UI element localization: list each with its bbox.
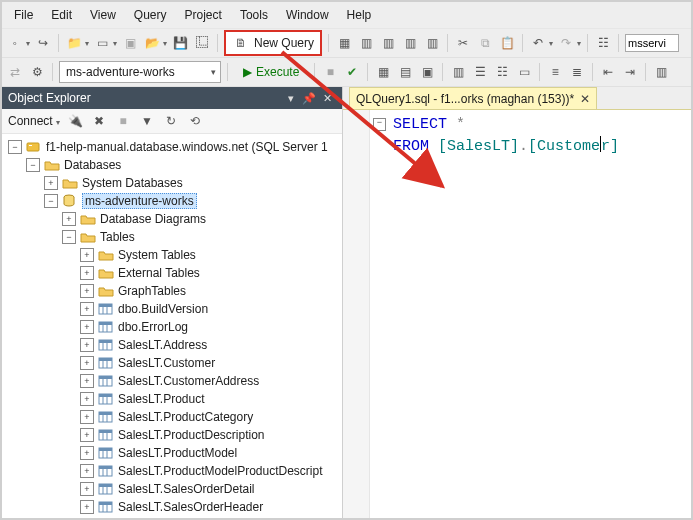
tree-table[interactable]: +SalesLT.Product (2, 390, 342, 408)
comment-icon[interactable]: ≡ (546, 63, 564, 81)
results-text-icon[interactable]: ☷ (493, 63, 511, 81)
open-file-icon[interactable]: ▣ (121, 34, 139, 52)
tree-database-diagrams[interactable]: + Database Diagrams (2, 210, 342, 228)
outline-collapse-icon[interactable]: − (373, 118, 386, 131)
refresh-icon[interactable]: ↻ (162, 112, 180, 130)
indent-icon[interactable]: ⇤ (599, 63, 617, 81)
new-item-icon[interactable]: ▭ (93, 34, 111, 52)
menu-project[interactable]: Project (177, 6, 230, 24)
tree-table[interactable]: +SalesLT.Address (2, 336, 342, 354)
paste-icon[interactable]: 📋 (498, 34, 516, 52)
expand-collapse-icon[interactable]: − (8, 140, 22, 154)
tree-table[interactable]: +SalesLT.ProductModelProductDescript (2, 462, 342, 480)
live-stats-icon[interactable]: ▣ (418, 63, 436, 81)
tree-table[interactable]: +SalesLT.CustomerAddress (2, 372, 342, 390)
tree-databases[interactable]: − Databases (2, 156, 342, 174)
change-connection-icon[interactable]: ⚙ (28, 63, 46, 81)
dax-icon[interactable]: ▥ (423, 34, 441, 52)
panel-pin-icon[interactable]: 📌 (300, 92, 318, 105)
execute-button[interactable]: ▶ Execute (234, 62, 308, 82)
specify-values-icon[interactable]: ▥ (652, 63, 670, 81)
tree-graph-tables[interactable]: + GraphTables (2, 282, 342, 300)
menu-help[interactable]: Help (339, 6, 380, 24)
tree-table[interactable]: +SalesLT.SalesOrderHeader (2, 498, 342, 516)
tree-table[interactable]: +SalesLT.SalesOrderDetail (2, 480, 342, 498)
sql-editor[interactable]: − SELECT * FROM [SalesLT].[Customer] (343, 109, 691, 520)
expand-collapse-icon[interactable]: + (80, 248, 94, 262)
expand-collapse-icon[interactable]: + (80, 446, 94, 460)
xmla-icon[interactable]: ▥ (401, 34, 419, 52)
display-plan-icon[interactable]: ▦ (374, 63, 392, 81)
tree-tables-folder[interactable]: − Tables (2, 228, 342, 246)
tree-table[interactable]: +dbo.BuildVersion (2, 300, 342, 318)
filter-icon[interactable]: ▼ (138, 112, 156, 130)
expand-collapse-icon[interactable]: − (62, 230, 76, 244)
expand-collapse-icon[interactable]: + (80, 500, 94, 514)
copy-icon[interactable]: ⧉ (476, 34, 494, 52)
mdx-icon[interactable]: ▥ (357, 34, 375, 52)
editor-tab[interactable]: QLQuery1.sql - f1...orks (maghan (153))*… (349, 87, 597, 109)
menu-file[interactable]: File (6, 6, 41, 24)
properties-icon[interactable]: ☷ (594, 34, 612, 52)
menu-window[interactable]: Window (278, 6, 337, 24)
expand-collapse-icon[interactable]: + (80, 428, 94, 442)
connect-dropdown[interactable]: Connect ▾ (8, 114, 60, 128)
new-project-icon[interactable]: 📁 (65, 34, 83, 52)
nav-back-icon[interactable]: ◦ (6, 34, 24, 52)
expand-collapse-icon[interactable]: + (80, 302, 94, 316)
menu-edit[interactable]: Edit (43, 6, 80, 24)
tree-table[interactable]: +SalesLT.ProductCategory (2, 408, 342, 426)
editor-code[interactable]: SELECT * FROM [SalesLT].[Customer] (393, 116, 691, 156)
save-icon[interactable]: 💾 (171, 34, 189, 52)
disconnect-icon[interactable]: ✖ (90, 112, 108, 130)
expand-collapse-icon[interactable]: + (80, 338, 94, 352)
expand-collapse-icon[interactable]: + (80, 482, 94, 496)
expand-collapse-icon[interactable]: + (80, 464, 94, 478)
expand-collapse-icon[interactable]: + (80, 356, 94, 370)
outdent-icon[interactable]: ⇥ (621, 63, 639, 81)
tree-table[interactable]: +SalesLT.ProductModel (2, 444, 342, 462)
expand-collapse-icon[interactable]: − (26, 158, 40, 172)
tree-external-tables[interactable]: + External Tables (2, 264, 342, 282)
client-stats-icon[interactable]: ▥ (449, 63, 467, 81)
panel-dropdown-icon[interactable]: ▾ (282, 92, 300, 105)
close-icon[interactable]: ✕ (580, 92, 590, 106)
menu-query[interactable]: Query (126, 6, 175, 24)
expand-collapse-icon[interactable]: + (80, 284, 94, 298)
stop-icon[interactable]: ■ (321, 63, 339, 81)
expand-collapse-icon[interactable]: + (80, 320, 94, 334)
tree-table[interactable]: +dbo.ErrorLog (2, 318, 342, 336)
results-file-icon[interactable]: ▭ (515, 63, 533, 81)
connect-icon[interactable]: ⇄ (6, 63, 24, 81)
activity-icon[interactable]: ⟲ (186, 112, 204, 130)
expand-collapse-icon[interactable]: + (80, 392, 94, 406)
expand-collapse-icon[interactable]: − (44, 194, 58, 208)
tree-system-tables[interactable]: + System Tables (2, 246, 342, 264)
tree-db-adventure-works[interactable]: − ms-adventure-works (2, 192, 342, 210)
open-icon[interactable]: 📂 (143, 34, 161, 52)
parse-icon[interactable]: ✔ (343, 63, 361, 81)
stop-connect-icon[interactable]: ■ (114, 112, 132, 130)
tree-table[interactable]: +SalesLT.Customer (2, 354, 342, 372)
host-input[interactable] (625, 34, 679, 52)
uncomment-icon[interactable]: ≣ (568, 63, 586, 81)
panel-close-icon[interactable]: ✕ (318, 92, 336, 105)
dmx-icon[interactable]: ▥ (379, 34, 397, 52)
menu-view[interactable]: View (82, 6, 124, 24)
expand-collapse-icon[interactable]: + (80, 266, 94, 280)
save-all-icon[interactable]: ⿺ (193, 34, 211, 52)
undo-icon[interactable]: ↶ (529, 34, 547, 52)
tree-table[interactable]: +SalesLT.ProductDescription (2, 426, 342, 444)
database-combo[interactable]: ms-adventure-works ▾ (59, 61, 221, 83)
tree-system-databases[interactable]: + System Databases (2, 174, 342, 192)
results-grid-icon[interactable]: ☰ (471, 63, 489, 81)
expand-collapse-icon[interactable]: + (62, 212, 76, 226)
expand-collapse-icon[interactable]: + (80, 410, 94, 424)
menu-tools[interactable]: Tools (232, 6, 276, 24)
xevent-icon[interactable]: ▦ (335, 34, 353, 52)
expand-collapse-icon[interactable]: + (44, 176, 58, 190)
cut-icon[interactable]: ✂ (454, 34, 472, 52)
include-plan-icon[interactable]: ▤ (396, 63, 414, 81)
nav-fwd-icon[interactable]: ↪ (34, 34, 52, 52)
new-query-button[interactable]: 🗎 New Query (224, 30, 322, 56)
